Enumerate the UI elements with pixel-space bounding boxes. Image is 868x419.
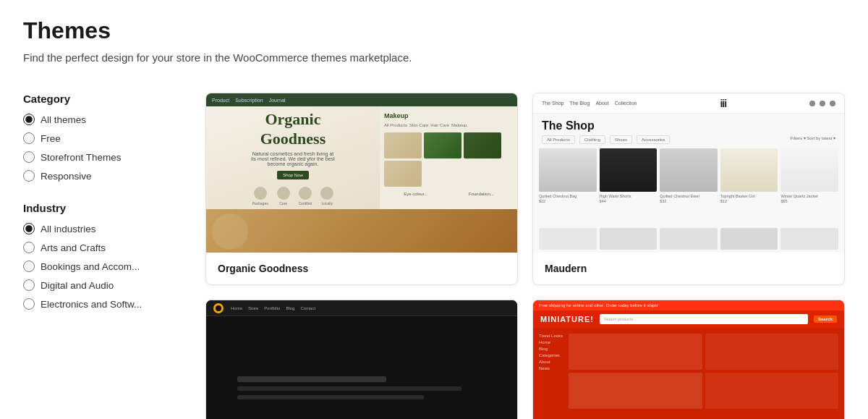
radio-electronics[interactable] [23, 298, 35, 310]
filter-arts-crafts[interactable]: Arts and Crafts [23, 242, 182, 253]
theme-preview-organic: Product Subscription Journal OrganicGood… [206, 93, 517, 253]
filter-bookings[interactable]: Bookings and Accom... [23, 261, 182, 272]
filter-label-bookings: Bookings and Accom... [41, 261, 140, 272]
ma-sort[interactable]: Filters ▾ Sort by latest ▾ [791, 135, 835, 144]
theme-card-promo[interactable]: Free shipping for online and other. Orde… [532, 300, 845, 419]
ma-nav-links: The Shop The Blog About Collection [542, 101, 637, 106]
promo-top-bar: Free shipping for online and other. Orde… [533, 300, 844, 310]
radio-all-industries[interactable] [23, 223, 35, 234]
og-icon-row: Packages Care Certified [252, 187, 334, 206]
filter-label-all-themes: All themes [41, 114, 86, 125]
filter-label-responsive: Responsive [41, 171, 92, 182]
radio-all-themes[interactable] [23, 114, 35, 125]
dark-navbar: Home Store Portfolio Blog Contact [206, 300, 517, 316]
radio-bookings[interactable] [23, 261, 35, 272]
og-product-2 [424, 132, 461, 158]
sidebar: Category All themes Free Storefront Them… [23, 93, 182, 419]
ma-product-col-3: Quilted Chestnut Ewer$32 [660, 148, 718, 222]
theme-card-organic-goodness[interactable]: Product Subscription Journal OrganicGood… [205, 93, 518, 285]
dark-content-inner [237, 376, 486, 399]
ma-search-icon [809, 101, 815, 106]
industry-section: Industry All industries Arts and Crafts … [23, 202, 182, 310]
theme-preview-maudern: The Shop The Blog About Collection iii T… [533, 93, 844, 253]
og-cta-button[interactable]: Shop Now [277, 171, 309, 179]
promo-nav-about: About [539, 360, 563, 364]
radio-digital-audio[interactable] [23, 279, 35, 291]
ma-product-row2-2 [600, 228, 658, 250]
ma-cart-icon [820, 101, 825, 106]
ma-product-row2-3 [660, 228, 718, 250]
filter-digital-audio[interactable]: Digital and Audio [23, 279, 182, 291]
og-hero: OrganicGoodness Natural cosmetics and fr… [206, 106, 380, 209]
ma-product-row2-1 [539, 228, 597, 250]
ma-product-info-1: Quilted Chestnut Bag$22 [539, 194, 597, 204]
ma-product-col-5: Winter Quartz Jacket$65 [780, 148, 838, 222]
filter-all-industries[interactable]: All industries [23, 223, 182, 234]
ma-product-info-4: Topright Basket Girl$12 [720, 194, 778, 204]
theme-name-maudern: Maudern [533, 253, 844, 284]
ma-filter-shoes[interactable]: Shoes [610, 135, 632, 144]
filter-label-electronics: Electronics and Softw... [41, 299, 142, 310]
ma-product-img-2 [600, 148, 658, 192]
og-nav-link-1: Product [212, 98, 229, 103]
radio-storefront[interactable] [23, 151, 35, 163]
og-product-labels: Eye colour... Foundation... [384, 192, 513, 196]
theme-card-maudern[interactable]: The Shop The Blog About Collection iii T… [532, 93, 845, 285]
page-header: Themes Find the perfect design for your … [23, 17, 845, 87]
ma-product-img-5 [780, 148, 838, 192]
ma-product-img-4 [720, 148, 778, 192]
ma-filter-accessories[interactable]: Accessories [637, 135, 670, 144]
filter-label-free: Free [41, 133, 61, 144]
dark-line-2 [237, 386, 461, 391]
ma-products: Quilted Chestnut Bag$22 High Waist Short… [533, 148, 844, 222]
promo-logo: MINIATURE! [540, 315, 594, 323]
ma-navbar: The Shop The Blog About Collection iii [533, 93, 844, 114]
ma-nav-collection: Collection [615, 101, 637, 106]
theme-card-dark[interactable]: Home Store Portfolio Blog Contact [205, 300, 518, 419]
og-product-3 [464, 132, 501, 158]
promo-search-button[interactable]: Search [814, 316, 837, 323]
og-icon-packages: Packages [252, 187, 268, 206]
radio-arts-crafts[interactable] [23, 242, 35, 253]
og-product-4 [384, 161, 422, 187]
og-hero-sub: Natural cosmetics and fresh living at it… [250, 151, 336, 166]
filter-storefront[interactable]: Storefront Themes [23, 151, 182, 163]
ma-product-img-1 [539, 148, 597, 192]
og-hero-title: OrganicGoodness [260, 110, 326, 148]
og-nav-link-3: Journal [269, 98, 286, 103]
filter-label-digital-audio: Digital and Audio [41, 280, 114, 291]
filter-electronics[interactable]: Electronics and Softw... [23, 298, 182, 310]
promo-item-4 [705, 373, 838, 409]
promo-item-1 [569, 334, 702, 370]
theme-preview-dark: Home Store Portfolio Blog Contact [206, 300, 517, 419]
promo-nav-col: Trend Looks Home Blog Categories About N… [539, 334, 563, 419]
promo-nav-blog: Blog [539, 347, 563, 351]
ma-user-icon [830, 101, 835, 106]
filter-free[interactable]: Free [23, 132, 182, 144]
og-product-grid [384, 132, 513, 187]
promo-nav-home: Home [539, 340, 563, 344]
promo-nav-trend: Trend Looks [539, 334, 563, 338]
ma-products-row2 [533, 225, 844, 253]
page-wrapper: Themes Find the perfect design for your … [0, 0, 868, 419]
ma-filter-clothing[interactable]: Clothing [579, 135, 605, 144]
promo-item-3 [569, 373, 702, 409]
ma-product-col-4: Topright Basket Girl$12 [720, 148, 778, 222]
theme-preview-promo: Free shipping for online and other. Orde… [533, 300, 844, 419]
radio-responsive[interactable] [23, 170, 35, 182]
theme-name-organic: Organic Goodness [206, 253, 517, 284]
promo-search-bar[interactable]: Search products... [600, 314, 808, 324]
radio-free[interactable] [23, 132, 35, 144]
page-title: Themes [23, 17, 845, 44]
promo-nav-categories: Categories [539, 353, 563, 357]
filter-responsive[interactable]: Responsive [23, 170, 182, 182]
ma-filter-all[interactable]: All Products [542, 135, 575, 144]
dark-nav-contact: Contact [300, 306, 315, 310]
og-icon-locally: Locally [320, 187, 333, 206]
dark-nav-links: Home Store Portfolio Blog Contact [231, 306, 315, 310]
promo-nav-news: News [539, 366, 563, 371]
promo-navbar: MINIATURE! Search products... Search [533, 310, 844, 328]
filter-all-themes[interactable]: All themes [23, 114, 182, 125]
ma-nav-the-shop: The Shop [542, 101, 563, 106]
og-bottom-image [206, 209, 517, 253]
